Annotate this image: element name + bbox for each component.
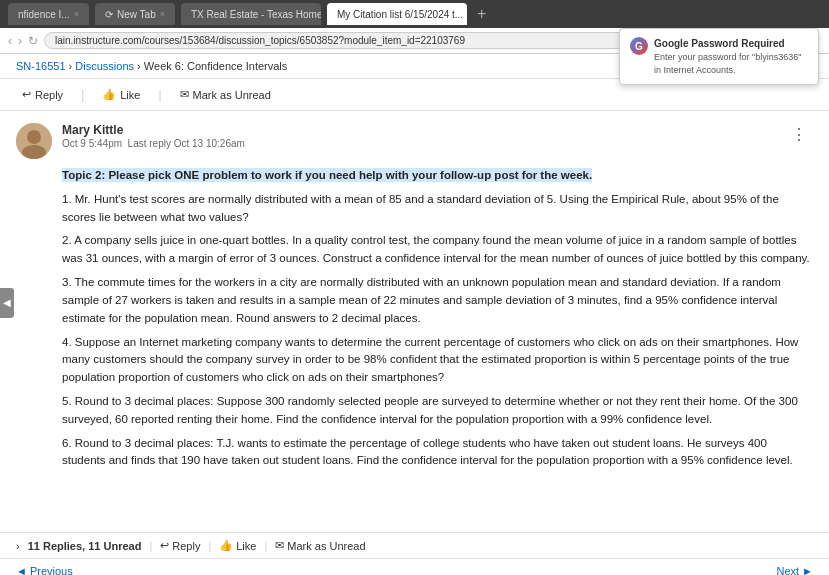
next-button[interactable]: Next ► [776, 565, 813, 575]
footer-like-icon: 👍 [219, 539, 233, 552]
svg-point-1 [27, 130, 41, 144]
footer-like-button[interactable]: 👍 Like [219, 539, 256, 552]
reload-button[interactable]: ↻ [28, 34, 38, 48]
problem-3: 3. The commute times for the workers in … [62, 274, 813, 327]
popup-subtitle: Enter your password for "blyins3636" in … [654, 51, 808, 76]
tab-label: nfidence I... [18, 9, 70, 20]
popup-content: Google Password Required Enter your pass… [654, 37, 808, 76]
main-content: ◀ Mary Kittle Oct 9 5:44pm Last reply Oc… [0, 111, 829, 532]
reply-label: Reply [35, 89, 63, 101]
tab-close-icon[interactable]: × [74, 9, 79, 19]
mark-unread-label: Mark as Unread [193, 89, 271, 101]
breadcrumb-sep2: › [137, 60, 144, 72]
replies-count: 11 Replies, 11 Unread [28, 540, 142, 552]
breadcrumb-page: Week 6: Confidence Intervals [144, 60, 287, 72]
previous-button[interactable]: ◄ Previous [16, 565, 73, 575]
tab-label: New Tab [117, 9, 156, 20]
footer-bar: › 11 Replies, 11 Unread | ↩ Reply | 👍 Li… [0, 532, 829, 558]
post-options-button[interactable]: ⋮ [785, 123, 813, 146]
topic-highlight: Topic 2: Please pick ONE problem to work… [62, 168, 592, 182]
footer-like-label: Like [236, 540, 256, 552]
forward-button[interactable]: › [18, 34, 22, 48]
bottom-nav: ◄ Previous Next ► [0, 558, 829, 575]
footer-reply-label: Reply [172, 540, 200, 552]
like-icon: 👍 [102, 88, 116, 101]
problem-6: 6. Round to 3 decimal places: T.J. wants… [62, 435, 813, 471]
post-meta: Mary Kittle Oct 9 5:44pm Last reply Oct … [62, 123, 775, 149]
problem-5: 5. Round to 3 decimal places: Suppose 30… [62, 393, 813, 429]
breadcrumb-course[interactable]: SN-16551 [16, 60, 66, 72]
footer-divider-1: | [149, 540, 152, 552]
back-button[interactable]: ‹ [8, 34, 12, 48]
browser-chrome: nfidence I... × ⟳ New Tab × TX Real Esta… [0, 0, 829, 28]
footer-divider-3: | [264, 540, 267, 552]
footer-divider-2: | [208, 540, 211, 552]
tab-citation[interactable]: My Citation list 6/15/2024 t... × [327, 3, 467, 25]
google-icon: G [630, 37, 648, 55]
toolbar-divider-2: | [158, 88, 161, 102]
new-tab-button[interactable]: + [477, 5, 486, 23]
post-date: Oct 9 5:44pm Last reply Oct 13 10:26am [62, 138, 775, 149]
like-label: Like [120, 89, 140, 101]
problem-4: 4. Suppose an Internet marketing company… [62, 334, 813, 387]
side-toggle-button[interactable]: ◀ [0, 288, 14, 318]
problem-1: 1. Mr. Hunt's test scores are normally d… [62, 191, 813, 227]
footer-mark-unread-label: Mark as Unread [287, 540, 365, 552]
mark-unread-icon: ✉ [180, 88, 189, 101]
tab-label: TX Real Estate - Texas Home... [191, 9, 321, 20]
expand-replies-button[interactable]: › [16, 540, 20, 552]
reply-icon: ↩ [22, 88, 31, 101]
post-header: Mary Kittle Oct 9 5:44pm Last reply Oct … [16, 123, 813, 159]
tab-new[interactable]: ⟳ New Tab × [95, 3, 175, 25]
avatar [16, 123, 52, 159]
popup-title: Google Password Required [654, 37, 808, 51]
footer-mark-unread-icon: ✉ [275, 539, 284, 552]
tab-confidence[interactable]: nfidence I... × [8, 3, 89, 25]
toolbar-divider-1: | [81, 88, 84, 102]
tab-close-icon[interactable]: × [160, 9, 165, 19]
reply-button[interactable]: ↩ Reply [16, 85, 69, 104]
tab-tx-real-estate[interactable]: TX Real Estate - Texas Home... × [181, 3, 321, 25]
footer-reply-button[interactable]: ↩ Reply [160, 539, 200, 552]
post-author: Mary Kittle [62, 123, 775, 137]
breadcrumb-discussions[interactable]: Discussions [75, 60, 134, 72]
mark-unread-button[interactable]: ✉ Mark as Unread [174, 85, 277, 104]
post-body: Topic 2: Please pick ONE problem to work… [62, 167, 813, 470]
google-password-popup: G Google Password Required Enter your pa… [619, 28, 819, 85]
footer-mark-unread-button[interactable]: ✉ Mark as Unread [275, 539, 365, 552]
tab-new-icon: ⟳ [105, 9, 113, 20]
tab-label: My Citation list 6/15/2024 t... [337, 9, 463, 20]
problem-2: 2. A company sells juice in one-quart bo… [62, 232, 813, 268]
like-button[interactable]: 👍 Like [96, 85, 146, 104]
footer-reply-icon: ↩ [160, 539, 169, 552]
